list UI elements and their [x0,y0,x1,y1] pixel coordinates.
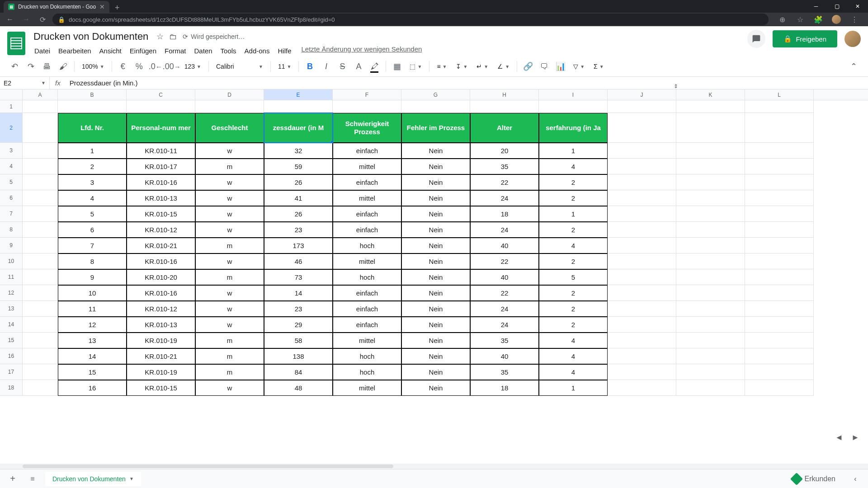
cell[interactable] [676,269,745,285]
col-header-L[interactable]: L [745,89,814,100]
data-cell[interactable]: 10 [58,285,127,301]
data-cell[interactable]: 4 [539,333,608,348]
cell[interactable] [745,317,814,333]
valign-button[interactable]: ↧▼ [452,61,471,72]
data-cell[interactable]: einfach [333,301,401,317]
data-cell[interactable]: einfach [333,222,401,238]
col-header-G[interactable]: G [401,89,470,100]
maximize-button[interactable]: ▢ [826,0,847,13]
add-sheet-button[interactable]: + [5,472,20,486]
row-header[interactable]: 16 [0,348,23,364]
data-cell[interactable]: 1 [539,380,608,396]
data-cell[interactable]: 11 [58,301,127,317]
expand-side-panel-button[interactable]: ‹ [848,472,863,486]
row-header[interactable]: 3 [0,143,23,159]
cell[interactable] [608,159,676,174]
data-cell[interactable]: 2 [539,222,608,238]
data-cell[interactable]: 4 [539,364,608,380]
data-cell[interactable]: w [195,301,264,317]
col-header-H[interactable]: H [470,89,539,100]
data-cell[interactable]: Nein [401,301,470,317]
data-cell[interactable]: 1 [539,206,608,222]
cell[interactable] [745,285,814,301]
cell[interactable] [745,113,814,143]
decrease-decimal-button[interactable]: .0← [148,59,163,74]
close-window-button[interactable]: ✕ [847,0,868,13]
cell[interactable] [23,143,58,159]
data-cell[interactable]: 29 [264,317,333,333]
reload-button[interactable]: ⟳ [36,13,49,26]
data-cell[interactable]: KR.010-16 [127,285,195,301]
data-cell[interactable]: 40 [470,238,539,253]
cell[interactable] [608,380,676,396]
borders-button[interactable]: ▦ [390,59,404,74]
text-color-button[interactable]: A [351,59,366,74]
menu-format[interactable]: Format [161,45,190,56]
data-cell[interactable]: 24 [470,317,539,333]
font-size-select[interactable]: 11▼ [274,61,295,72]
data-cell[interactable]: Nein [401,174,470,190]
paint-format-button[interactable]: 🖌 [56,59,71,74]
data-cell[interactable]: Nein [401,285,470,301]
data-cell[interactable]: hoch [333,364,401,380]
cell[interactable] [23,269,58,285]
row-header[interactable]: 6 [0,190,23,206]
cell[interactable] [676,317,745,333]
menu-file[interactable]: Datei [31,45,54,56]
data-cell[interactable]: w [195,206,264,222]
data-cell[interactable]: KR.010-19 [127,364,195,380]
cell[interactable] [745,143,814,159]
cell[interactable] [23,159,58,174]
comment-button[interactable]: 🗨 [537,59,552,74]
data-cell[interactable]: 1 [539,143,608,159]
cell[interactable] [745,222,814,238]
extensions-icon[interactable]: 🧩 [812,13,825,26]
col-header-B[interactable]: B [58,89,127,100]
table-header-cell[interactable]: Personal-num mer [127,113,195,143]
data-cell[interactable]: KR.010-20 [127,269,195,285]
data-cell[interactable]: 84 [264,364,333,380]
data-cell[interactable]: 35 [470,364,539,380]
data-cell[interactable]: 13 [58,333,127,348]
sheets-logo[interactable] [7,32,25,55]
move-icon[interactable]: 🗀 [169,32,177,42]
data-cell[interactable]: 18 [470,206,539,222]
cell[interactable] [676,206,745,222]
data-cell[interactable]: w [195,190,264,206]
data-cell[interactable]: 23 [264,301,333,317]
data-cell[interactable]: 14 [264,285,333,301]
cell[interactable] [608,113,676,143]
data-cell[interactable]: 4 [58,190,127,206]
data-cell[interactable]: 16 [58,380,127,396]
col-header-D[interactable]: D [195,89,264,100]
cell[interactable] [676,190,745,206]
cell[interactable] [23,364,58,380]
data-cell[interactable]: 5 [58,206,127,222]
cell[interactable] [676,253,745,269]
cell[interactable] [676,222,745,238]
data-cell[interactable]: Nein [401,190,470,206]
data-cell[interactable]: Nein [401,333,470,348]
all-sheets-button[interactable]: ≡ [25,472,40,486]
cell[interactable] [608,317,676,333]
cell[interactable] [608,333,676,348]
fill-color-button[interactable]: 🖍 [368,59,382,74]
data-cell[interactable]: Nein [401,143,470,159]
cell[interactable] [676,333,745,348]
cell[interactable] [23,301,58,317]
cell[interactable] [676,301,745,317]
data-cell[interactable]: 24 [470,301,539,317]
data-cell[interactable]: 23 [264,222,333,238]
data-cell[interactable]: hoch [333,238,401,253]
data-cell[interactable]: 138 [264,348,333,364]
cell[interactable] [676,113,745,143]
data-cell[interactable]: m [195,269,264,285]
formula-input[interactable]: Prozessdauer (in Min.) [66,79,868,87]
cell[interactable] [745,159,814,174]
data-cell[interactable]: w [195,143,264,159]
col-header-K[interactable]: K [676,89,745,100]
data-cell[interactable]: 5 [539,269,608,285]
data-cell[interactable]: 14 [58,348,127,364]
data-cell[interactable]: KR.010-16 [127,253,195,269]
cell[interactable] [608,348,676,364]
